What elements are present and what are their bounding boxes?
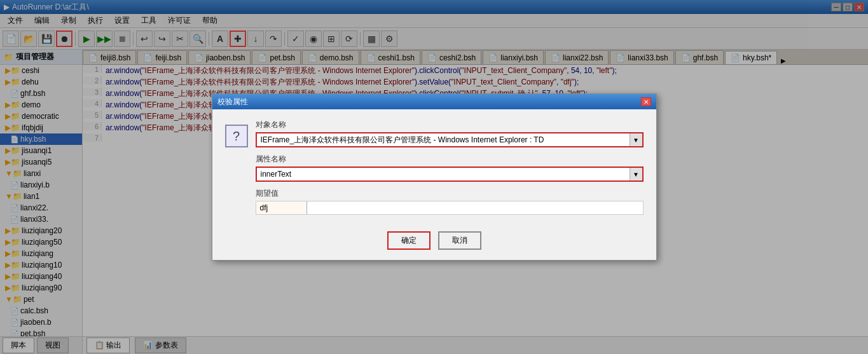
attr-name-input[interactable] bbox=[257, 168, 630, 180]
object-name-input[interactable] bbox=[257, 133, 630, 146]
object-name-input-wrap: ▼ bbox=[256, 132, 644, 147]
object-name-field-group: 对象名称 ▼ bbox=[256, 119, 644, 147]
expected-value-field-group: 期望值 bbox=[256, 188, 644, 215]
validate-property-modal: 校验属性 ✕ ? 对象名称 ▼ 属性名称 ▼ bbox=[212, 93, 657, 261]
expected-value-wrap bbox=[256, 201, 644, 215]
object-name-dropdown-button[interactable]: ▼ bbox=[630, 133, 642, 146]
attr-name-label: 属性名称 bbox=[256, 154, 644, 165]
modal-overlay: 校验属性 ✕ ? 对象名称 ▼ 属性名称 ▼ bbox=[0, 0, 868, 354]
modal-fields: 对象名称 ▼ 属性名称 ▼ 期望值 bbox=[256, 119, 644, 215]
expected-value-input[interactable] bbox=[256, 201, 307, 214]
object-name-label: 对象名称 bbox=[256, 119, 644, 130]
expected-label: 期望值 bbox=[256, 188, 644, 199]
attr-name-dropdown-button[interactable]: ▼ bbox=[630, 168, 642, 180]
modal-title: 校验属性 bbox=[217, 97, 248, 107]
modal-footer: 确定 取消 bbox=[212, 225, 656, 260]
modal-body: ? 对象名称 ▼ 属性名称 ▼ bbox=[212, 109, 656, 225]
modal-title-bar: 校验属性 ✕ bbox=[212, 94, 656, 109]
modal-question-icon: ? bbox=[225, 125, 248, 147]
modal-close-button[interactable]: ✕ bbox=[641, 97, 651, 106]
cancel-button[interactable]: 取消 bbox=[438, 231, 481, 250]
confirm-button[interactable]: 确定 bbox=[387, 231, 431, 250]
attr-name-field-group: 属性名称 ▼ bbox=[256, 154, 644, 182]
attr-name-input-wrap: ▼ bbox=[256, 167, 644, 182]
expected-rest-input[interactable] bbox=[307, 201, 643, 214]
